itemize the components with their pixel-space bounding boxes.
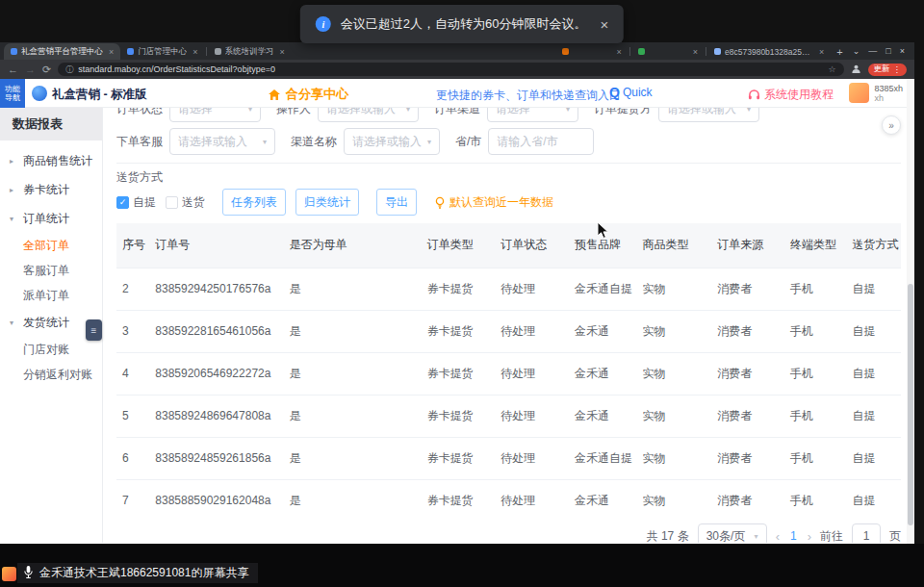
sidebar-item-product-sales[interactable]: ▸ 商品销售统计 bbox=[0, 146, 102, 175]
column-header: 订单来源 bbox=[711, 223, 784, 268]
more-menu-icon[interactable]: ⋮ bbox=[893, 64, 902, 74]
checkbox-label: 自提 bbox=[133, 194, 156, 211]
sidebar-item-store-reconcile[interactable]: 门店对账 bbox=[0, 337, 102, 362]
tab-close-icon[interactable]: × bbox=[109, 47, 114, 57]
export-button[interactable]: 导出 bbox=[376, 189, 417, 216]
sidebar-item-order-stats[interactable]: ▾ 订单统计 bbox=[0, 204, 102, 233]
cell-product_type[interactable]: 实物 bbox=[637, 437, 712, 479]
chevron-down-icon: ▾ bbox=[566, 108, 570, 114]
cell-seq: 6 bbox=[116, 437, 149, 479]
cell-product_type[interactable]: 实物 bbox=[637, 268, 712, 310]
next-page-button[interactable]: › bbox=[808, 529, 811, 544]
cell-source: 消费者 bbox=[711, 268, 784, 310]
province-city-input[interactable] bbox=[488, 128, 594, 155]
tab-close-icon[interactable]: × bbox=[693, 47, 698, 57]
order-channel-select[interactable]: 请选择 ▾ bbox=[487, 108, 578, 122]
order-agent-select[interactable]: 请选择或输入 ▾ bbox=[169, 128, 275, 155]
share-center-label: 合分享中心 bbox=[286, 86, 348, 103]
app-taskbar-icon[interactable] bbox=[2, 567, 16, 581]
cell-product_type[interactable]: 实物 bbox=[637, 352, 712, 395]
cell-delivery: 自提 bbox=[846, 352, 901, 395]
column-header: 序号 bbox=[116, 223, 149, 268]
scrollbar-thumb[interactable] bbox=[908, 284, 913, 525]
operator-select[interactable]: 请选择或输入 ▾ bbox=[318, 108, 419, 122]
current-page[interactable]: 1 bbox=[788, 529, 799, 543]
cell-status: 待处理 bbox=[495, 268, 569, 310]
quick-search[interactable]: Q Quick bbox=[609, 85, 653, 100]
browser-tab[interactable]: e8c573980b1328a258fd2e6 × bbox=[707, 43, 831, 60]
user-menu[interactable]: 8385xh xh bbox=[849, 83, 903, 103]
table-row: 283859294250176576a是券卡提货待处理金禾通自提实物消费者手机自… bbox=[116, 268, 901, 310]
cell-product_type[interactable]: 实物 bbox=[637, 395, 712, 437]
checkbox-delivery[interactable] bbox=[166, 196, 178, 209]
sidebar-item-all-orders[interactable]: 全部订单 bbox=[0, 233, 102, 258]
window-minimize-button[interactable]: — bbox=[868, 46, 877, 56]
site-info-icon[interactable]: ⓘ bbox=[65, 64, 73, 75]
tab-close-icon[interactable]: × bbox=[280, 47, 285, 57]
total-count: 共 17 条 bbox=[647, 528, 689, 544]
cell-status: 待处理 bbox=[495, 352, 569, 395]
profile-icon[interactable] bbox=[851, 61, 861, 78]
tab-search-icon[interactable]: ⌄ bbox=[853, 46, 860, 56]
cell-product_type[interactable]: 实物 bbox=[637, 479, 712, 508]
tab-favicon bbox=[638, 48, 645, 55]
cell-brand: 金禾通 bbox=[569, 310, 637, 352]
filter-row: 下单客服 请选择或输入 ▾ 渠道名称 请选择或输入 ▾ bbox=[116, 128, 901, 155]
toast-close-icon[interactable]: × bbox=[600, 16, 608, 33]
function-nav-tab[interactable]: 功能 导航 bbox=[0, 79, 25, 108]
goto-page-input[interactable] bbox=[852, 523, 881, 543]
self-pickup-option[interactable]: ✓ 自提 bbox=[116, 194, 156, 211]
cell-is_parent: 是 bbox=[283, 352, 421, 395]
task-list-button[interactable]: 任务列表 bbox=[222, 189, 286, 216]
channel-name-select[interactable]: 请选择或输入 ▾ bbox=[344, 128, 440, 155]
sidebar-item-rebate-reconcile[interactable]: 分销返利对账 bbox=[0, 362, 102, 387]
delivery-option[interactable]: 送货 bbox=[166, 194, 205, 211]
sidebar-item-dispatch-orders[interactable]: 派单订单 bbox=[0, 283, 102, 308]
cell-product_type[interactable]: 实物 bbox=[637, 310, 712, 352]
tab-close-icon[interactable]: × bbox=[192, 47, 197, 57]
order-status-select[interactable]: 请选择 ▾ bbox=[169, 108, 261, 122]
collapse-filters-button[interactable]: » bbox=[882, 115, 901, 135]
url-text: standard.maboy.cn/OrderStatisticsDetail?… bbox=[78, 64, 275, 74]
avatar[interactable] bbox=[849, 83, 869, 103]
forward-icon[interactable]: → bbox=[25, 64, 36, 75]
cell-brand: 金禾通自提 bbox=[569, 268, 637, 310]
update-button[interactable]: 更新 ⋮ bbox=[868, 64, 908, 76]
brand-logo-icon bbox=[32, 86, 47, 101]
quick-entry-link[interactable]: 更快捷的券卡、订单和快递查询入口 bbox=[436, 88, 621, 104]
order-pickup-select[interactable]: 请选择或输入 ▾ bbox=[658, 108, 759, 122]
microphone-icon[interactable] bbox=[23, 565, 34, 582]
page-scrollbar[interactable] bbox=[907, 79, 914, 544]
checkbox-self-pickup[interactable]: ✓ bbox=[116, 196, 129, 209]
cell-source: 消费者 bbox=[711, 352, 784, 395]
cell-order_type: 券卡提货 bbox=[422, 395, 496, 437]
bookmark-icon[interactable]: ☆ bbox=[828, 64, 835, 74]
cell-brand: 金禾通 bbox=[569, 352, 637, 395]
sidebar-item-card-stats[interactable]: ▸ 券卡统计 bbox=[0, 175, 102, 204]
reload-icon[interactable]: ⟳ bbox=[42, 64, 51, 75]
prev-page-button[interactable]: ‹ bbox=[776, 529, 780, 544]
window-close-button[interactable]: × bbox=[900, 46, 905, 56]
new-tab-button[interactable]: + bbox=[836, 46, 842, 58]
tab-close-icon[interactable]: × bbox=[819, 47, 824, 57]
sidebar-collapse-handle[interactable]: ≡ bbox=[86, 319, 102, 341]
back-icon[interactable]: ← bbox=[8, 64, 18, 75]
browser-tab[interactable]: 门店管理中心 × bbox=[120, 43, 204, 60]
tutorial-link[interactable]: 系统使用教程 bbox=[748, 87, 834, 103]
browser-tab[interactable]: × bbox=[631, 43, 705, 60]
cell-order_type: 券卡提货 bbox=[422, 479, 496, 508]
page-size-select[interactable]: 30条/页 ▾ bbox=[698, 523, 767, 543]
browser-tab[interactable]: × bbox=[555, 43, 629, 60]
tab-close-icon[interactable]: × bbox=[617, 47, 622, 57]
browser-tab[interactable]: 系统培训学习 × bbox=[208, 43, 292, 60]
group-stats-button[interactable]: 归类统计 bbox=[295, 189, 359, 216]
select-placeholder: 请选择 bbox=[496, 108, 530, 117]
url-input[interactable]: ⓘ standard.maboy.cn/OrderStatisticsDetai… bbox=[58, 63, 843, 76]
tutorial-label: 系统使用教程 bbox=[764, 87, 834, 103]
share-center-link[interactable]: 合分享中心 bbox=[268, 86, 348, 103]
window-maximize-button[interactable]: □ bbox=[886, 46, 890, 56]
sidebar-item-service-orders[interactable]: 客服订单 bbox=[0, 258, 102, 283]
browser-tab-active[interactable]: 礼盒营销平台管理中心 × bbox=[4, 43, 120, 60]
cell-order_type: 券卡提货 bbox=[422, 310, 496, 352]
cell-order_type: 券卡提货 bbox=[422, 437, 496, 479]
